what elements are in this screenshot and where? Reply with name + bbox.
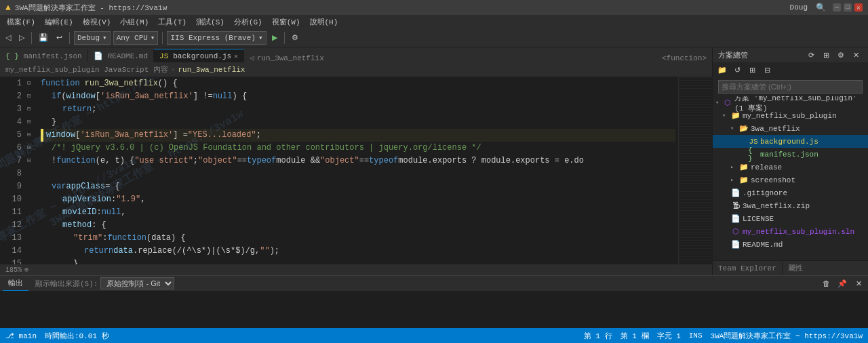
team-explorer-tab[interactable]: Team Explorer xyxy=(713,261,783,275)
menu-file[interactable]: 檔案(F) xyxy=(3,15,39,28)
panel-collapse-button[interactable]: ⊟ xyxy=(760,64,774,76)
tab-close-background[interactable]: ✕ xyxy=(234,52,238,60)
menu-bar: 檔案(F) 編輯(E) 檢視(V) 小組(M) 工具(T) 測試(S) 分析(G… xyxy=(0,15,868,28)
toolbar-separator-1 xyxy=(31,32,32,44)
tree-folder-3wa[interactable]: ▾ 📂 3wa_netflix xyxy=(713,122,868,135)
tab-background-label: JS xyxy=(159,52,168,60)
menu-tools[interactable]: 工具(T) xyxy=(154,15,191,28)
back-button[interactable]: ◁ xyxy=(3,31,14,45)
collapse-arrow-17[interactable]: ⊟ xyxy=(27,155,38,167)
output-clear-button[interactable]: 🗑 xyxy=(819,277,833,289)
tree-zip[interactable]: 🗜 3wa_netflix.zip xyxy=(713,199,868,212)
output-close-button[interactable]: ✕ xyxy=(852,277,865,289)
tree-solution[interactable]: ▾ ⬡ 方案 'my_netflix_sub_plugin' (1 專案) xyxy=(713,96,868,109)
tree-folder-screenshot[interactable]: ▸ 📁 screenshot xyxy=(713,174,868,186)
project-icon: 📁 xyxy=(730,110,741,121)
run-button[interactable]: ▶ xyxy=(269,31,280,45)
line-numbers: 1 2 3 4 5 6 7 8 9 10 11 12 13 14 15 16 1 xyxy=(0,77,27,264)
tree-readme[interactable]: 📄 README.md xyxy=(713,238,868,251)
menu-window[interactable]: 視窗(W) xyxy=(268,15,304,28)
expand-project: ▾ xyxy=(722,112,729,119)
minimap[interactable] xyxy=(678,77,712,264)
readme-icon: 📄 xyxy=(730,239,741,250)
tree-folder-3wa-label: 3wa_netflix xyxy=(751,125,800,133)
tree-license[interactable]: 📄 LICENSE xyxy=(713,212,868,225)
output-pin-button[interactable]: 📌 xyxy=(835,277,849,289)
solution-explorer-title: 方案總管 xyxy=(718,50,748,60)
collapse-arrow-13[interactable]: ⊟ xyxy=(27,129,38,142)
output-source-dropdown[interactable]: 原始控制項 - Git xyxy=(100,277,174,289)
solution-explorer-header: 方案總管 ⟳ ⊞ ⚙ ✕ xyxy=(713,47,868,62)
git-status[interactable]: ⎇ main xyxy=(5,331,37,340)
panel-close-button[interactable]: ✕ xyxy=(849,49,863,61)
menu-analyze[interactable]: 分析(G) xyxy=(230,15,267,28)
panel-refresh-button[interactable]: ↺ xyxy=(730,64,744,76)
tab-manifest-label: { } xyxy=(5,52,19,60)
collapse-arrow-2[interactable]: ⊟ xyxy=(27,90,38,103)
menu-edit[interactable]: 編輯(E) xyxy=(41,15,77,28)
maximize-button[interactable]: □ xyxy=(844,3,852,12)
platform-dropdown[interactable]: Any CPU ▾ xyxy=(113,31,159,45)
code-line-4: } xyxy=(41,116,675,129)
output-tab-bar: 輸出 顯示輸出來源(S): 原始控制項 - Git 🗑 📌 ✕ xyxy=(0,276,868,291)
debug-mode-dropdown[interactable]: Debug ▾ xyxy=(74,31,111,45)
tree-sln[interactable]: ⬡ my_netflix_sub_plugin.sln xyxy=(713,225,868,238)
output-tab-label: 輸出 xyxy=(8,278,23,288)
debug-mode-label: Debug xyxy=(77,34,100,42)
bottom-tabs: Team Explorer 屬性 xyxy=(713,260,868,275)
properties-tab[interactable]: 屬性 xyxy=(783,261,808,275)
build-button[interactable]: ⚙ xyxy=(289,31,301,45)
editor[interactable]: { } manifest.json 📄 README.md JS backgro… xyxy=(0,47,712,275)
forward-button[interactable]: ▷ xyxy=(16,31,27,45)
json-file-icon: { } xyxy=(748,149,759,160)
menu-view[interactable]: 檢視(V) xyxy=(79,15,115,28)
tab-readme-label: 📄 xyxy=(94,52,103,60)
collapse-arrow-12[interactable]: ⊟ xyxy=(27,116,38,129)
tab-manifest-name: manifest.json xyxy=(24,52,82,60)
code-area[interactable]: function run_3wa_netflix() { if (window[… xyxy=(38,77,678,264)
tree-background-js[interactable]: JS background.js xyxy=(713,135,868,148)
status-left: ⎇ main 時間輸出:0.01 秒 xyxy=(5,331,109,341)
search-container xyxy=(713,77,868,96)
close-button[interactable]: ✕ xyxy=(854,3,863,12)
collapse-gutter: ⊟ ⊟ ⊟ ⊟ ⊟ ⊟ ⊟ xyxy=(27,77,38,264)
tree-folder-release[interactable]: ▸ 📁 release xyxy=(713,161,868,174)
output-buttons: 🗑 📌 ✕ xyxy=(819,277,865,289)
js-file-icon: JS xyxy=(748,136,759,147)
collapse-arrow-16[interactable]: ⊟ xyxy=(27,142,38,155)
folder-release-icon: 📁 xyxy=(738,162,749,173)
title-bar: ▲ 3WA問題解決專家工作室 - https://3va1w Doug 🔍 ─ … xyxy=(0,0,868,15)
panel-expand-button[interactable]: ⊞ xyxy=(745,64,759,76)
undo-button[interactable]: ↩ xyxy=(54,31,65,45)
panel-sync-button[interactable]: ⟳ xyxy=(804,49,818,61)
search-icon[interactable]: 🔍 xyxy=(816,3,826,13)
zoom-adjust[interactable]: ⊕ xyxy=(24,266,28,274)
code-line-2: if (window['isRun_3wa_netflix'] != null)… xyxy=(41,90,675,103)
server-dropdown[interactable]: IIS Express (Brave) ▾ xyxy=(167,31,266,45)
output-tab-output[interactable]: 輸出 xyxy=(3,276,28,291)
function-indicator: <function> xyxy=(656,54,712,62)
code-line-3: return; xyxy=(41,103,675,116)
panel-folder-button[interactable]: 📁 xyxy=(715,64,729,76)
collapse-arrow-1[interactable]: ⊟ xyxy=(27,77,38,90)
tree-manifest-json[interactable]: { } manifest.json xyxy=(713,148,868,161)
tab-bar: { } manifest.json 📄 README.md JS backgro… xyxy=(0,47,712,62)
tree-gitignore[interactable]: 📄 .gitignore xyxy=(713,186,868,199)
solution-search-input[interactable] xyxy=(718,80,863,94)
tab-manifest[interactable]: { } manifest.json xyxy=(0,49,88,62)
code-line-14: return data.replace(/(^\s*)|(\s*$)/g, ""… xyxy=(41,245,675,258)
tree-solution-label: 方案 'my_netflix_sub_plugin' (1 專案) xyxy=(734,96,865,113)
tab-background[interactable]: JS background.js ✕ xyxy=(154,49,244,62)
save-button[interactable]: 💾 xyxy=(36,31,51,45)
menu-team[interactable]: 小組(M) xyxy=(116,15,153,28)
tab-readme-name: README.md xyxy=(108,52,148,60)
panel-filter-button[interactable]: ⊞ xyxy=(819,49,833,61)
panel-settings-button[interactable]: ⚙ xyxy=(834,49,848,61)
tab-readme[interactable]: 📄 README.md xyxy=(88,49,154,62)
app-icon: ▲ xyxy=(5,3,11,13)
menu-test[interactable]: 測試(S) xyxy=(192,15,229,28)
menu-help[interactable]: 說明(H) xyxy=(306,15,342,28)
expand-solution: ▾ xyxy=(715,99,721,106)
collapse-arrow-9[interactable]: ⊟ xyxy=(27,103,38,116)
minimize-button[interactable]: ─ xyxy=(833,3,841,12)
